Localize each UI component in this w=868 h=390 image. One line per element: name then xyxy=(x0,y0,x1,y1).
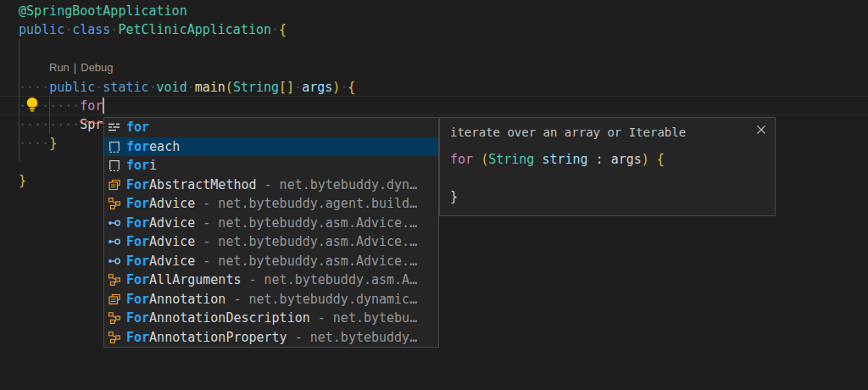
symbol-class-icon xyxy=(108,311,121,325)
suggestion-item[interactable]: ForAdvice - net.bytebuddy.asm.Advice.… xyxy=(104,232,438,252)
code-token: · xyxy=(271,22,279,37)
code-token: } xyxy=(49,136,57,151)
code-token: · xyxy=(294,80,302,95)
suggestion-match-text: for xyxy=(126,158,149,173)
suggestion-label: foreach xyxy=(126,139,180,154)
error-squiggle xyxy=(80,111,103,115)
code-token xyxy=(473,152,481,167)
current-line-highlight xyxy=(0,96,868,115)
code-token: ···· xyxy=(19,80,49,95)
suggestion-item[interactable]: ForAdvice - net.bytebuddy.asm.Advice.… xyxy=(104,214,438,233)
code-token: [] xyxy=(279,80,294,95)
code-token: string xyxy=(542,152,587,167)
suggestion-item[interactable]: foreach xyxy=(104,137,438,157)
suggestion-description: - net.bytebuddy.asm.A… xyxy=(241,272,417,287)
code-token: { xyxy=(279,22,287,37)
code-token: static xyxy=(103,80,148,95)
suggestion-item[interactable]: ForAnnotationProperty - net.bytebuddy… xyxy=(104,328,438,348)
codelens-run-link[interactable]: Run xyxy=(49,61,70,74)
suggestion-label: for xyxy=(126,120,149,135)
code-token: void xyxy=(157,80,187,95)
symbol-snippet-icon xyxy=(108,159,121,172)
doc-code-line: } xyxy=(450,187,765,206)
suggestion-item[interactable]: ForAnnotation - net.bytebuddy.dynamic… xyxy=(104,290,438,309)
symbol-keyword-icon xyxy=(108,120,121,134)
code-token: public xyxy=(49,80,95,95)
code-token: } xyxy=(19,173,26,188)
code-line[interactable]: ····public·static·void·main(String[]·arg… xyxy=(19,78,355,97)
suggestion-rest-text: AbstractMethod xyxy=(149,177,256,192)
code-line[interactable]: public·class·PetClinicApplication·{ xyxy=(19,20,287,39)
suggestion-label: ForAnnotationDescription - net.bytebu… xyxy=(126,310,417,326)
suggestion-label: ForAllArguments - net.bytebuddy.asm.A… xyxy=(126,272,417,287)
suggestion-description: - net.bytebuddy.dynamic… xyxy=(225,292,417,307)
code-token: args xyxy=(302,80,332,95)
suggestion-doc-text: iterate over an array or Iterable xyxy=(450,125,765,141)
code-line[interactable]: @SpringBootApplication xyxy=(19,2,187,20)
suggestion-rest-text: Advice xyxy=(149,234,195,249)
suggestion-match-text: For xyxy=(126,215,149,231)
suggestion-match-text: For xyxy=(126,272,149,287)
suggestion-doc-code: for (String string : args) {} xyxy=(450,150,765,206)
suggestion-item[interactable]: ForAnnotationDescription - net.bytebu… xyxy=(104,309,438,328)
suggestion-item[interactable]: ForAllArguments - net.bytebuddy.asm.A… xyxy=(104,270,438,290)
code-token: · xyxy=(64,22,72,37)
suggestion-rest-text: Advice xyxy=(149,196,195,211)
close-icon[interactable] xyxy=(754,123,768,136)
code-token: public xyxy=(19,22,64,37)
suggestion-description: - net.bytebuddy… xyxy=(287,330,418,345)
suggestion-item[interactable]: ForAdvice - net.bytebuddy.agent.build… xyxy=(104,194,438,214)
symbol-interface-icon xyxy=(108,254,121,268)
suggestion-match-text: For xyxy=(126,196,149,211)
lightbulb-icon[interactable] xyxy=(24,96,41,114)
suggestion-label: ForAdvice - net.bytebuddy.asm.Advice.… xyxy=(126,234,417,249)
code-token: { xyxy=(657,152,665,167)
suggestion-rest-text: Advice xyxy=(149,254,195,269)
code-token: ········ xyxy=(19,117,80,132)
suggestion-match-text: For xyxy=(126,310,149,326)
codelens: Run|Debug xyxy=(49,60,114,75)
code-token: main xyxy=(195,80,225,95)
code-token: · xyxy=(95,80,103,95)
suggestion-description: - net.bytebuddy.agent.build… xyxy=(195,196,417,211)
code-token: class xyxy=(72,22,110,37)
suggestion-label: ForAdvice - net.bytebuddy.asm.Advice.… xyxy=(126,254,417,269)
code-line[interactable]: ········Spr xyxy=(19,115,103,134)
code-token: ) xyxy=(332,80,340,95)
suggestion-item[interactable]: ForAdvice - net.bytebuddy.asm.Advice.… xyxy=(104,252,438,271)
code-token: for xyxy=(450,152,473,167)
suggestion-item[interactable]: for xyxy=(104,118,438,137)
suggestion-rest-text: Advice xyxy=(149,215,195,231)
code-token: : xyxy=(588,152,611,167)
code-token: · xyxy=(149,80,157,95)
suggestion-rest-text: i xyxy=(149,158,157,173)
code-token: @SpringBootApplication xyxy=(19,3,187,19)
suggestion-label: fori xyxy=(126,158,157,173)
code-line[interactable]: ····} xyxy=(19,134,57,153)
suggestion-rest-text: AllArguments xyxy=(149,272,241,287)
suggest-widget: forforeachforiForAbstractMethod - net.by… xyxy=(103,117,439,348)
symbol-interface-icon xyxy=(108,216,121,230)
code-editor: @SpringBootApplicationpublic·class·PetCl… xyxy=(0,0,868,390)
codelens-separator: | xyxy=(74,61,76,74)
suggestion-label: ForAnnotationProperty - net.bytebuddy… xyxy=(126,330,417,345)
code-token: · xyxy=(187,80,195,95)
symbol-class-icon xyxy=(108,331,121,344)
suggestion-item[interactable]: ForAbstractMethod - net.bytebuddy.dyn… xyxy=(104,176,438,195)
suggestion-match-text: For xyxy=(126,234,149,249)
symbol-enum-icon xyxy=(108,178,121,192)
codelens-debug-link[interactable]: Debug xyxy=(81,61,113,74)
suggestion-description: - net.bytebuddy.asm.Advice.… xyxy=(195,234,417,249)
suggestion-match-text: For xyxy=(126,254,149,269)
suggestion-description: - net.bytebuddy.asm.Advice.… xyxy=(195,215,417,231)
code-token: ( xyxy=(225,80,233,95)
code-token: ···· xyxy=(19,136,49,151)
code-token: } xyxy=(450,189,458,204)
code-token: String xyxy=(233,80,279,95)
text-cursor xyxy=(103,98,104,114)
suggestion-match-text: for xyxy=(126,120,149,135)
code-token: ( xyxy=(481,152,488,167)
suggestion-item[interactable]: fori xyxy=(104,156,438,176)
code-line[interactable]: } xyxy=(19,171,26,190)
code-token: args xyxy=(611,152,642,167)
